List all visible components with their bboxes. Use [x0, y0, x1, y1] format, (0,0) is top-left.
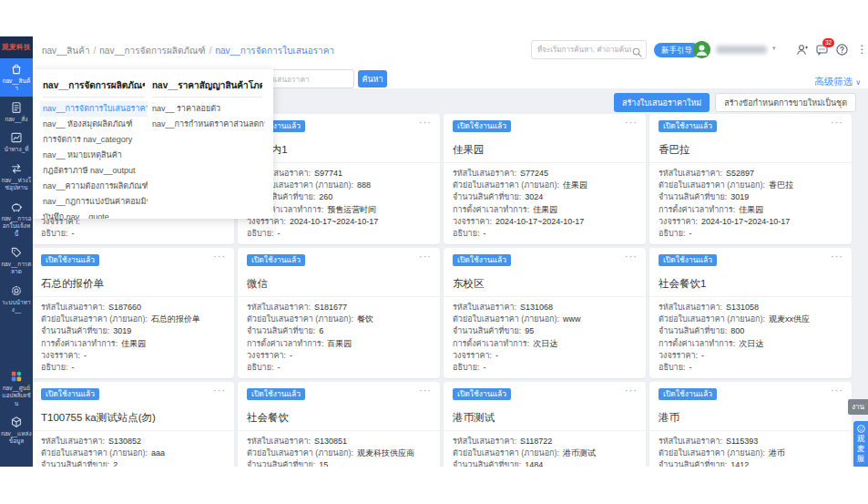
card-field-qty: จำนวนสินค้าที่ขาย:3024	[453, 191, 637, 203]
sidebar-item-shopping-bag[interactable]: nav__สินค้า	[0, 58, 33, 97]
field-value: -	[277, 362, 280, 374]
field-value: 预售运营时间	[327, 204, 376, 216]
divider	[649, 430, 852, 431]
card-menu-button[interactable]: ···	[625, 117, 638, 128]
field-value: 2024-10-17~2024-10-17	[701, 216, 790, 228]
more-options-icon[interactable]: ⋮	[855, 43, 868, 57]
field-value: 港币测试	[563, 447, 596, 459]
shopping-bag-icon	[10, 63, 23, 76]
card-field-code: รหัสใบเสนอราคา:S118722	[453, 436, 637, 447]
avatar[interactable]	[693, 41, 710, 58]
service-tab-char: 观	[857, 435, 865, 444]
field-value: -	[483, 228, 485, 240]
advanced-filter-link[interactable]: 高级筛选 ∨	[814, 76, 861, 88]
service-tab-char: 麦	[857, 445, 865, 454]
card-field-abbrev: ตัวย่อใบเสนอราคา (ภายนอก):港币测试	[453, 447, 637, 459]
global-search-box	[531, 40, 647, 59]
card-field-code: รหัสใบเสนอราคา:S77245	[453, 168, 637, 180]
field-value: S97741	[314, 168, 342, 180]
field-label: อธิบาย:	[659, 228, 685, 240]
sidebar-item-order-doc[interactable]: nav__สั่ง	[0, 97, 33, 127]
sidebar-item-label: nav__ห่วงโซ่อุปทาน	[1, 177, 32, 192]
breadcrumb-separator: /	[94, 46, 97, 56]
chart-line-icon	[10, 131, 23, 144]
card-menu-button[interactable]: ···	[625, 385, 638, 396]
sidebar: 观麦科技 nav__สินค้าnav__สั่งนำทาง_ที่nav__ห…	[0, 36, 33, 467]
menu-column-header: nav__ราคาสัญญาสินค้าโภคภัณฑ์	[152, 78, 262, 98]
card-field-qty: จำนวนสินค้าที่ขาย:15	[247, 459, 431, 467]
sidebar-item-piggy-bank[interactable]: nav__การออกใบแจ้งหนี้	[0, 196, 33, 242]
customer-service-tab[interactable]: 观麦服	[853, 421, 868, 467]
field-value: 香巴拉	[769, 180, 793, 191]
card-title: 报价-内1	[247, 142, 431, 157]
menu-item[interactable]: nav__ หมายเหตุสินค้า	[40, 148, 148, 163]
messages-icon[interactable]: 32	[815, 43, 829, 57]
sidebar-spacer	[0, 318, 33, 365]
card-menu-button[interactable]: ···	[831, 385, 843, 396]
card-field-qty: จำนวนสินค้าที่ขาย:95	[453, 325, 637, 337]
contacts-icon[interactable]	[795, 43, 809, 57]
search-button[interactable]: ค้นหา	[358, 70, 387, 87]
order-doc-icon	[10, 101, 23, 114]
menu-item[interactable]: nav__ ราคาลอยตัว	[149, 101, 265, 117]
sidebar-item-tag[interactable]: nav__การตลาด	[0, 242, 33, 280]
divider	[444, 430, 646, 431]
field-value: -	[689, 228, 691, 240]
create-quote-button[interactable]: สร้างใบเสนอราคาใหม่	[614, 93, 710, 112]
sidebar-item-supply-chain[interactable]: nav__ห่วงโซ่อุปทาน	[0, 158, 33, 196]
status-badge: เปิดใช้งานแล้ว	[453, 388, 511, 400]
breadcrumb-item[interactable]: nav__การจัดการผลิตภัณฑ์	[99, 46, 205, 56]
cube-icon	[10, 416, 23, 428]
menu-item[interactable]: nav__ความต้องการผลิตภัณฑ์ใหม่	[40, 179, 148, 194]
global-search-input[interactable]	[537, 41, 631, 58]
field-label: การตั้งค่าเวลาทำการ:	[453, 204, 529, 216]
menu-item[interactable]: nav__การกำหนดราคาส่วนลดการสั่งซื้อแบบเต็…	[149, 117, 265, 132]
card-field-qty: จำนวนสินค้าที่ขาย:260	[247, 191, 431, 203]
field-value: 佳果园	[121, 338, 146, 350]
menu-item[interactable]: การจัดการ nav_category	[40, 132, 148, 148]
card-menu-button[interactable]: ···	[419, 251, 432, 262]
breadcrumb-item[interactable]: nav__สินค้า	[42, 46, 90, 56]
quote-card: เปิดใช้งานแล้ว···港币รหัสใบเสนอราคา:S11539…	[649, 382, 852, 467]
sidebar-item-gear[interactable]: ระบบนำทาง__	[0, 280, 33, 318]
field-label: จำนวนสินค้าที่ขาย:	[453, 325, 521, 337]
field-value: S77245	[520, 168, 548, 180]
field-label: จำนวนสินค้าที่ขาย:	[453, 191, 521, 203]
menu-item[interactable]: บันทึก nav__quote	[40, 210, 148, 219]
card-menu-button[interactable]: ···	[831, 117, 843, 128]
menu-item[interactable]: nav__การจัดการใบเสนอราคา	[40, 101, 148, 117]
field-value: 1412	[730, 459, 749, 467]
card-menu-button[interactable]: ···	[213, 251, 226, 262]
card-menu-button[interactable]: ···	[419, 117, 432, 128]
field-label: รหัสใบเสนอราคา:	[41, 436, 105, 447]
field-label: รหัสใบเสนอราคา:	[247, 436, 311, 447]
card-field-desc: อธิบาย:-	[247, 362, 431, 374]
app-logo: 观麦科技	[0, 36, 33, 58]
smiley-icon	[857, 425, 865, 433]
sidebar-item-chart-line[interactable]: นำทาง_ที่	[0, 127, 33, 157]
card-field-abbrev: ตัวย่อใบเสนอราคา (ภายนอก):www	[453, 314, 637, 325]
field-value: 1484	[525, 459, 543, 467]
sidebar-item-app-grid[interactable]: nav__ศูนย์แอปพลิเคชัน	[0, 365, 33, 411]
card-menu-button[interactable]: ···	[213, 385, 226, 396]
menu-item[interactable]: กฎอัตราภาษี nav__output	[40, 163, 148, 179]
field-value: 6	[319, 325, 323, 337]
card-title: 东校区	[453, 276, 637, 291]
card-menu-button[interactable]: ···	[419, 385, 432, 396]
card-menu-button[interactable]: ···	[625, 251, 638, 262]
sidebar-item-label: nav__สินค้า	[1, 77, 32, 93]
menu-item[interactable]: nav__กฎการแบ่งปันค่าคอมมิชชั่น	[40, 194, 148, 210]
card-field-hours: การตั้งค่าเวลาทำการ:佳果园	[453, 204, 637, 216]
menu-item[interactable]: nav__ ห้องสมุดผลิตภัณฑ์	[40, 117, 148, 132]
sidebar-item-cube[interactable]: nav__แหล่งข้อมูล	[0, 411, 33, 449]
card-title: 香巴拉	[659, 142, 842, 157]
field-label: วงจรราคา:	[41, 350, 80, 362]
card-title: 石总的报价单	[41, 276, 225, 291]
task-floating-tag[interactable]: งาน	[848, 399, 868, 415]
field-label: อธิบาย:	[247, 362, 273, 374]
batch-create-button[interactable]: สร้างข้อกำหนดการขายใหม่เป็นชุด	[715, 93, 856, 112]
card-menu-button[interactable]: ···	[831, 251, 843, 262]
help-icon[interactable]	[835, 43, 849, 57]
field-value: S115393	[726, 436, 758, 447]
field-value: 佳果园	[739, 204, 763, 216]
